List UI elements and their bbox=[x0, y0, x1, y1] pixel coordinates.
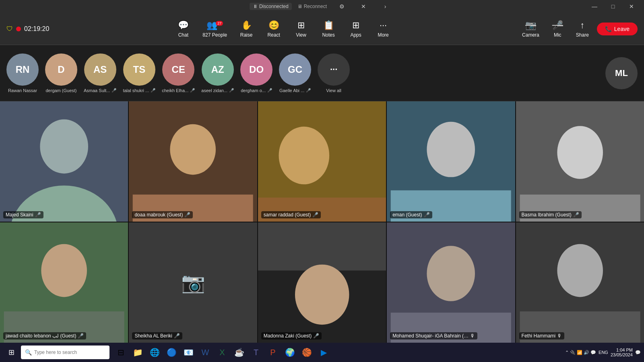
mic-status-10: 🎙 bbox=[557, 333, 562, 339]
chat-button[interactable]: 💬 Chat bbox=[170, 18, 196, 40]
avatar-view-all: ··· bbox=[318, 53, 350, 86]
participants-strip: RN Rawan Nassar D dergam (Guest) AS Asma… bbox=[0, 45, 644, 101]
participant-ce[interactable]: CE cheikh Elha... 🎤 bbox=[162, 53, 195, 93]
raise-icon: ✋ bbox=[241, 20, 252, 31]
camera-button[interactable]: 📷̶ Camera bbox=[517, 18, 544, 40]
participant-az[interactable]: AZ aseel zidan... 🎤 bbox=[201, 53, 234, 93]
window-controls: — □ ✕ bbox=[585, 0, 641, 13]
video-name-6: jawad chaito lebanon لب (Guest) bbox=[6, 333, 76, 339]
search-input[interactable] bbox=[34, 350, 105, 355]
react-button[interactable]: 😊 React bbox=[261, 18, 287, 40]
mic-button[interactable]: 🎤̶ Mic bbox=[547, 18, 568, 40]
mic-status-7: 🎤 bbox=[174, 333, 180, 339]
video-name-9: Mohamed Shuqair- iGA Bahrain (… bbox=[392, 333, 469, 339]
outlook-button[interactable]: 📧 bbox=[180, 344, 196, 360]
search-icon: 🔍 bbox=[25, 349, 32, 356]
taskbar-search[interactable]: 🔍 bbox=[21, 346, 109, 359]
svg-rect-19 bbox=[258, 222, 386, 271]
app-11[interactable]: 🏀 bbox=[299, 344, 315, 360]
ie-button[interactable]: 🌐 bbox=[147, 344, 163, 360]
notes-icon: 📋 bbox=[323, 20, 334, 31]
notification-icon[interactable]: 💬 bbox=[635, 350, 641, 355]
more-options-button[interactable]: › bbox=[376, 0, 394, 13]
maximize-button[interactable]: □ bbox=[604, 0, 622, 13]
avatar-d: D bbox=[45, 53, 77, 86]
participant-view-all[interactable]: ··· View all bbox=[318, 53, 350, 93]
video-tile-3: samar raddad (Guest) 🎤 bbox=[258, 101, 386, 222]
leave-button[interactable]: 📞 Leave bbox=[597, 23, 638, 35]
powerpoint-button[interactable]: P bbox=[265, 344, 281, 360]
video-name-5: Basma Ibrahim (Guest) bbox=[522, 212, 572, 218]
avatar-do: DO bbox=[240, 53, 272, 86]
close-call-button[interactable]: ✕ bbox=[354, 0, 373, 13]
video-label-7: Sheikha AL Beriki 🎤 bbox=[132, 332, 182, 339]
system-tray: ⌃ 🔌 📶 🔊 💬 bbox=[565, 350, 596, 355]
svg-point-13 bbox=[557, 126, 603, 179]
video-grid: Majed Skaini 🎤 doaa mabrouk (Guest) 🎤 bbox=[0, 101, 644, 343]
video-tile-9: Mohamed Shuqair- iGA Bahrain (… 🎙 bbox=[387, 222, 515, 343]
video-tile-6: jawad chaito lebanon لب (Guest) 🎤 bbox=[0, 222, 128, 343]
disconnected-text: Disconnected bbox=[259, 4, 289, 9]
shield-icon: 🛡 bbox=[6, 25, 13, 33]
start-button[interactable]: ⊞ bbox=[3, 344, 19, 360]
notes-button[interactable]: 📋 Notes bbox=[316, 18, 341, 40]
apps-button[interactable]: ⊞ Apps bbox=[343, 18, 369, 40]
video-name-2: doaa mabrouk (Guest) bbox=[134, 212, 183, 218]
participant-rn[interactable]: RN Rawan Nassar bbox=[6, 53, 39, 93]
video-tile-5: Basma Ibrahim (Guest) 🎤 bbox=[516, 101, 644, 222]
java-button[interactable]: ☕ bbox=[231, 344, 247, 360]
participant-name-ts: talal shukri ... 🎤 bbox=[123, 88, 155, 93]
mic-status-2: 🎤 bbox=[184, 212, 190, 218]
participant-ts[interactable]: TS talal shukri ... 🎤 bbox=[123, 53, 155, 93]
share-button[interactable]: ↑ Share bbox=[571, 18, 594, 40]
view-button[interactable]: ⊞ View bbox=[288, 18, 314, 40]
view-icon: ⊞ bbox=[297, 20, 305, 31]
participant-as[interactable]: AS Asmaa Sult... 🎤 bbox=[84, 53, 116, 93]
video-label-8: Madonna Zaki (Guest) 🎤 bbox=[261, 332, 322, 339]
mic-status-8: 🎤 bbox=[313, 333, 319, 339]
participant-name-rn: Rawan Nassar bbox=[8, 88, 37, 93]
reconnect-button[interactable]: 🖥 Reconnect bbox=[295, 3, 329, 10]
svg-point-7 bbox=[279, 127, 329, 185]
video-button[interactable]: ▶ bbox=[316, 344, 332, 360]
toolbar-center: 💬 Chat 👥27 827 People ✋ Raise 😊 React ⊞ … bbox=[170, 18, 396, 40]
chrome-button[interactable]: 🔵 bbox=[163, 344, 180, 360]
mic-label: Mic bbox=[554, 32, 561, 38]
mic-status-1: 🎤 bbox=[35, 212, 41, 218]
app-10[interactable]: 🌍 bbox=[282, 344, 298, 360]
people-button[interactable]: 👥27 827 People bbox=[198, 18, 232, 40]
video-label-5: Basma Ibrahim (Guest) 🎤 bbox=[519, 211, 582, 218]
teams-button[interactable]: T bbox=[248, 344, 264, 360]
video-name-10: Fethi Hammami bbox=[522, 333, 556, 339]
video-name-8: Madonna Zaki (Guest) bbox=[264, 333, 312, 339]
taskbar-right: ⌃ 🔌 📶 🔊 💬 ENG 1:04 PM 23/05/2024 💬 bbox=[565, 348, 641, 357]
video-name-7: Sheikha AL Beriki bbox=[134, 333, 172, 339]
participant-gc[interactable]: GC Gaelle Abi ... 🎤 bbox=[279, 53, 311, 93]
share-label: Share bbox=[576, 32, 589, 38]
taskview-button[interactable]: ⊟ bbox=[113, 344, 129, 360]
taskbar-time: 1:04 PM 23/05/2024 bbox=[611, 348, 633, 357]
raise-button[interactable]: ✋ Raise bbox=[233, 18, 259, 40]
file-explorer-button[interactable]: 📁 bbox=[130, 344, 146, 360]
word-button[interactable]: W bbox=[197, 344, 213, 360]
window-close-button[interactable]: ✕ bbox=[622, 0, 641, 13]
raise-label: Raise bbox=[240, 32, 253, 38]
video-label-9: Mohamed Shuqair- iGA Bahrain (… 🎙 bbox=[390, 332, 477, 339]
toolbar: 🛡 02:19:20 💬 Chat 👥27 827 People ✋ Raise… bbox=[0, 13, 644, 45]
title-bar: ⏸ Disconnected 🖥 Reconnect ⚙ ✕ › — □ ✕ bbox=[0, 0, 644, 13]
settings-button[interactable]: ⚙ bbox=[332, 0, 351, 13]
avatar-gc: GC bbox=[279, 53, 311, 86]
minimize-button[interactable]: — bbox=[585, 0, 604, 13]
participant-d[interactable]: D dergam (Guest) bbox=[45, 53, 77, 93]
more-button[interactable]: ··· More bbox=[370, 18, 396, 40]
video-label-6: jawad chaito lebanon لب (Guest) 🎤 bbox=[3, 332, 86, 339]
chat-icon: 💬 bbox=[178, 20, 189, 31]
participant-do[interactable]: DO dergham o... 🎤 bbox=[240, 53, 272, 93]
video-tile-4: eman (Guest) 🎤 bbox=[387, 101, 515, 222]
participant-name-as: Asmaa Sult... 🎤 bbox=[84, 88, 116, 93]
mic-status-6: 🎤 bbox=[78, 333, 84, 339]
excel-button[interactable]: X bbox=[214, 344, 230, 360]
toolbar-right: 📷̶ Camera 🎤̶ Mic ↑ Share 📞 Leave bbox=[517, 18, 638, 40]
participant-name-gc: Gaelle Abi ... 🎤 bbox=[279, 88, 311, 93]
video-tile-2: doaa mabrouk (Guest) 🎤 bbox=[129, 101, 257, 222]
